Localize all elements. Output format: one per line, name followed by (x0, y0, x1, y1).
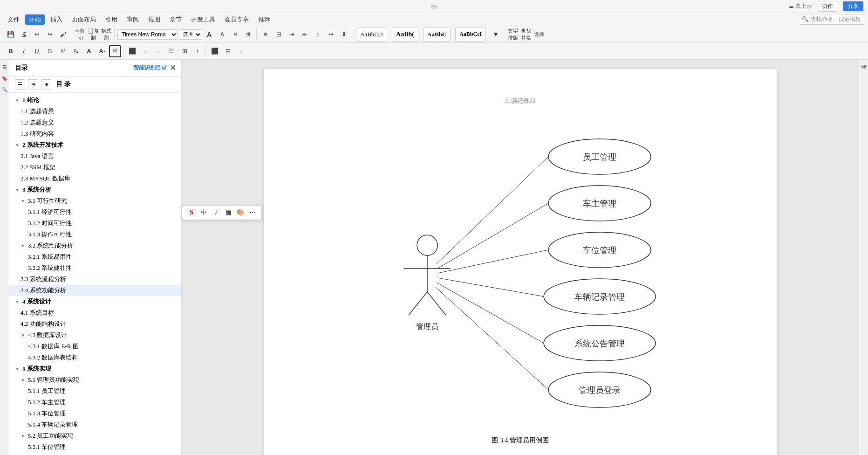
toc-item-2[interactable]: ▼2 系统开发技术 (9, 139, 181, 151)
redo-btn[interactable]: ↪ (44, 28, 56, 41)
toc-toggle-5.1[interactable]: ▼ (21, 378, 25, 383)
more-format-btn[interactable]: ≡ (235, 45, 247, 57)
superscript-btn[interactable]: X² (57, 45, 69, 57)
map-icon[interactable]: 🗺 (860, 64, 868, 72)
menu-review[interactable]: 审阅 (123, 14, 143, 25)
paste-btn[interactable]: 格式刷 (100, 28, 112, 41)
toc-item-5.1.3[interactable]: 5.1.3 车位管理 (9, 408, 181, 419)
toc-item-4.3.1[interactable]: 4.3.1 数据库 E-R 图 (9, 341, 181, 352)
align-right-btn[interactable]: ≡ (152, 45, 164, 57)
print-btn[interactable]: 🖨 (18, 28, 30, 41)
indent2-btn[interactable]: ↦ (325, 28, 337, 41)
collab-button[interactable]: 协作 (818, 1, 837, 12)
align-dist-btn[interactable]: ⊞ (178, 45, 191, 57)
document-area[interactable]: 车辆记录和 管理员 (182, 60, 859, 455)
toc-toggle-3.1[interactable]: ▼ (21, 199, 25, 204)
toc-collapse-btn[interactable]: ⊟ (28, 79, 38, 90)
toc-toggle-3.2[interactable]: ▼ (21, 243, 25, 248)
menu-insert[interactable]: 插入 (47, 14, 66, 25)
outdent-btn[interactable]: ⇤ (299, 28, 311, 41)
toc-item-5.1[interactable]: ▼5.1 管理员功能实现 (9, 374, 181, 386)
toc-item-3.1.1[interactable]: 3.1.1 经济可行性 (9, 207, 181, 218)
toc-item-1[interactable]: ▼1 绪论 (9, 95, 181, 106)
toc-item-1.1[interactable]: 1.1 选题背景 (9, 106, 181, 117)
align-center-btn[interactable]: ≡ (139, 45, 151, 57)
toc-item-5.2.1[interactable]: 5.2.1 车位管理 (9, 441, 181, 453)
border-btn[interactable]: 框 (109, 45, 121, 57)
style-normal[interactable]: AaBbCcI (356, 28, 387, 41)
spacing-btn[interactable]: ⇕ (338, 28, 350, 41)
menu-home[interactable]: 开始 (25, 14, 45, 25)
toc-item-4.3[interactable]: ▼4.3 数据库设计 (9, 330, 181, 341)
toc-item-2.3[interactable]: 2.3 MYSQL 数据库 (9, 173, 181, 184)
toc-settings-btn[interactable]: ⊞ (41, 79, 51, 90)
menu-layout[interactable]: 页面布局 (68, 14, 100, 25)
indent-btn[interactable]: ⇥ (286, 28, 298, 41)
toc-toggle-3[interactable]: ▼ (15, 187, 20, 193)
menu-file[interactable]: 文件 (4, 14, 23, 25)
toc-expand-btn[interactable]: ☰ (15, 79, 25, 90)
font-name-select[interactable]: Times New Roma (117, 29, 178, 40)
menu-view[interactable]: 视图 (144, 14, 164, 25)
strikethrough-btn[interactable]: S (44, 45, 56, 57)
subscript-btn[interactable]: X₂ (70, 45, 82, 57)
font-shrink-btn[interactable]: A (216, 28, 228, 41)
menu-ref[interactable]: 引用 (102, 14, 121, 25)
para-spacing-btn[interactable]: ⬛ (209, 45, 221, 57)
ime-lang-btn[interactable]: 中 (199, 207, 209, 218)
toc-item-4.2[interactable]: 4.2 功能结构设计 (9, 318, 181, 330)
menu-recommend[interactable]: 推荐 (254, 14, 274, 25)
toc-item-3.2.2[interactable]: 3.2.2 系统健壮性 (9, 262, 181, 274)
close-sidebar-button[interactable]: ✕ (170, 63, 176, 72)
toc-item-3.1.3[interactable]: 3.1.3 操作可行性 (9, 229, 181, 240)
cut-btn[interactable]: ✂剪切 (74, 28, 86, 41)
line-spacing-btn[interactable]: ↕ (191, 45, 204, 57)
toc-item-5[interactable]: ▼5 系统实现 (9, 363, 181, 374)
style-h2[interactable]: AaBbC (423, 28, 451, 41)
toc-toggle-4[interactable]: ▼ (15, 299, 20, 304)
clear-format-btn[interactable]: ✕ (229, 28, 241, 41)
ime-mic-btn[interactable]: ♪ (211, 207, 221, 218)
toc-item-4.1[interactable]: 4.1 系统目标 (9, 307, 181, 318)
toc-item-3.2[interactable]: ▼3.2 系统性能分析 (9, 240, 181, 251)
ai-toc-button[interactable]: 智能识别目录 (133, 64, 167, 72)
toc-item-3.1[interactable]: ▼3.1 可行性研究 (9, 195, 181, 207)
toc-toggle-1[interactable]: ▼ (15, 98, 20, 103)
pinyin-btn[interactable]: 拼 (242, 28, 254, 41)
font-highlight-btn[interactable]: A· (96, 45, 108, 57)
toc-item-5.1.1[interactable]: 5.1.1 员工管理 (9, 386, 181, 397)
copy-btn[interactable]: 📋复制 (87, 28, 99, 41)
save-btn[interactable]: 💾 (5, 28, 17, 41)
toc-toggle-2[interactable]: ▼ (15, 143, 20, 148)
toc-toggle-4.3[interactable]: ▼ (21, 333, 25, 338)
toc-item-3.1.2[interactable]: 3.1.2 时间可行性 (9, 218, 181, 229)
sort-btn[interactable]: ↕ (312, 28, 324, 41)
toc-item-5.1.4[interactable]: 5.1.4 车辆记录管理 (9, 419, 181, 430)
ime-chinese-btn[interactable]: S (186, 208, 197, 217)
search-left-icon[interactable]: 🔍 (1, 87, 8, 94)
bookmark-icon[interactable]: 🔖 (1, 76, 8, 83)
more-styles-btn[interactable]: ▼ (490, 28, 502, 41)
style-h1[interactable]: AaBb( (392, 28, 418, 41)
undo-btn[interactable]: ↩ (31, 28, 43, 41)
toc-item-5.1.2[interactable]: 5.1.2 车主管理 (9, 397, 181, 408)
italic-btn[interactable]: I (18, 45, 30, 57)
font-size-select[interactable]: 四号 三号 小四 (179, 29, 202, 40)
align-left-btn[interactable]: ⬛ (126, 45, 138, 57)
toc-toggle-5.2[interactable]: ▼ (21, 434, 25, 439)
toc-item-2.2[interactable]: 2.2 SSM 框架 (9, 162, 181, 173)
col-btn[interactable]: ⊟ (222, 45, 234, 57)
search-bar[interactable]: 🔍 查找命令、搜索模板 (799, 14, 864, 25)
font-grow-btn[interactable]: A (203, 28, 215, 41)
align-justify-btn[interactable]: ☰ (165, 45, 178, 57)
select-btn[interactable]: 选择 (533, 28, 545, 41)
toc-item-4[interactable]: ▼4 系统设计 (9, 296, 181, 307)
format-btn[interactable]: 🖌 (57, 28, 69, 41)
toc-item-3.3[interactable]: 3.3 系统流程分析 (9, 274, 181, 285)
list-ordered-btn[interactable]: ⊟ (273, 28, 285, 41)
toc-item-2.1[interactable]: 2.1 Java 语言 (9, 151, 181, 162)
toc-item-3[interactable]: ▼3 系统分析 (9, 184, 181, 195)
menu-dev[interactable]: 开发工具 (187, 14, 219, 25)
style-h3[interactable]: AaBbCcI (455, 28, 486, 41)
bold-btn[interactable]: B (5, 45, 17, 57)
